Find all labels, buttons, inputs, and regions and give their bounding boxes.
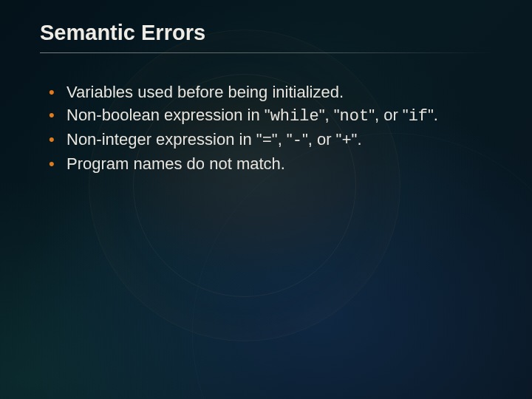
bg-swirl bbox=[89, 30, 400, 341]
bullet-item: Variables used before being initialized. bbox=[47, 81, 488, 103]
bullet-text: ", or " bbox=[369, 106, 409, 124]
bullet-text: ", or " bbox=[302, 130, 342, 149]
slide-title: Semantic Errors bbox=[40, 21, 492, 50]
bullet-text: ". bbox=[352, 130, 362, 149]
code-token: - bbox=[293, 132, 302, 150]
code-token: + bbox=[341, 132, 351, 150]
bullet-text: Non-integer expression in " bbox=[66, 130, 262, 149]
title-underline bbox=[40, 52, 492, 53]
bullet-item: Program names do not match. bbox=[47, 153, 488, 174]
bullet-item: Non-boolean expression in "while", "not"… bbox=[47, 104, 488, 127]
bullet-text: ", " bbox=[272, 130, 293, 149]
slide: Semantic Errors Variables used before be… bbox=[0, 0, 532, 399]
bullet-text: Variables used before being initialized. bbox=[66, 83, 344, 101]
code-token: while bbox=[270, 107, 319, 126]
code-token: = bbox=[262, 132, 272, 150]
bullet-text: ". bbox=[428, 106, 438, 124]
bullet-text: ", " bbox=[319, 106, 340, 124]
bullet-item: Non-integer expression in "=", "-", or "… bbox=[47, 129, 488, 151]
code-token: not bbox=[340, 107, 369, 126]
code-token: if bbox=[409, 107, 428, 126]
bullet-text: Non-boolean expression in " bbox=[66, 106, 270, 124]
bullet-list: Variables used before being initialized.… bbox=[40, 81, 492, 174]
bullet-text: Program names do not match. bbox=[66, 154, 285, 173]
